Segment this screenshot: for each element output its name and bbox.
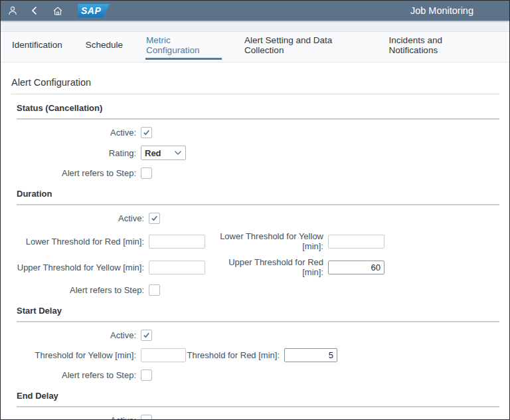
active-label: Active: xyxy=(1,213,149,223)
active-label: Active: xyxy=(1,330,141,340)
alert-refers-step-label: Alert refers to Step: xyxy=(1,370,141,380)
duration-lower-row: Lower Threshold for Red [min]: Lower Thr… xyxy=(1,231,509,251)
threshold-yellow-label: Threshold for Yellow [min]: xyxy=(1,350,141,360)
upper-yellow-label: Upper Threshold for Yellow [min]: xyxy=(1,262,149,272)
start-delay-active-checkbox[interactable] xyxy=(141,330,152,341)
status-rating-row: Rating: Red xyxy=(1,146,509,160)
tab-alert-setting-data-collection[interactable]: Alert Setting and Data Collection xyxy=(244,32,367,60)
start-delay-step-row: Alert refers to Step: xyxy=(1,368,509,382)
lower-red-input[interactable] xyxy=(149,235,205,249)
lower-yellow-input[interactable] xyxy=(328,235,384,249)
user-icon[interactable] xyxy=(7,5,30,16)
rating-label: Rating: xyxy=(1,148,141,158)
duration-upper-row: Upper Threshold for Yellow [min]: Upper … xyxy=(1,257,509,277)
home-icon[interactable] xyxy=(52,6,75,16)
tab-identification[interactable]: Identification xyxy=(11,32,63,60)
alert-refers-step-label: Alert refers to Step: xyxy=(1,285,149,295)
tab-metric-configuration[interactable]: Metric Configuration xyxy=(145,32,222,60)
lower-red-label: Lower Threshold for Red [min]: xyxy=(1,237,149,247)
status-active-row: Active: xyxy=(1,126,509,140)
job-monitoring-window: SAP Job Monitoring Identification Schedu… xyxy=(0,0,510,420)
back-icon[interactable] xyxy=(30,6,52,15)
content-area: Alert Configuration Status (Cancellation… xyxy=(1,77,509,420)
tab-incidents-notifications[interactable]: Incidents and Notifications xyxy=(388,32,487,60)
duration-active-row: Active: xyxy=(1,211,509,225)
chevron-down-icon xyxy=(174,150,182,156)
app-title: Job Monitoring xyxy=(410,5,473,16)
section-divider xyxy=(17,118,499,120)
page-title: Alert Configuration xyxy=(11,77,509,88)
upper-yellow-input[interactable] xyxy=(149,261,205,274)
duration-step-checkbox[interactable] xyxy=(149,284,160,296)
sap-logo: SAP xyxy=(78,4,110,18)
end-delay-active-checkbox[interactable] xyxy=(141,415,152,420)
section-title: Duration xyxy=(17,189,509,199)
sap-logo-text: SAP xyxy=(81,5,101,16)
section-duration: Duration Active: Lower Threshold for Red… xyxy=(1,189,509,297)
end-delay-active-row: Active: xyxy=(1,413,509,420)
shell-substrip xyxy=(1,21,509,32)
rating-select-value: Red xyxy=(145,148,174,158)
status-active-checkbox[interactable] xyxy=(141,127,152,138)
duration-step-row: Alert refers to Step: xyxy=(1,283,509,297)
section-status-cancellation: Status (Cancellation) Active: Rating: Re… xyxy=(1,103,509,180)
threshold-red-label: Threshold for Red [min]: xyxy=(186,350,284,360)
duration-active-checkbox[interactable] xyxy=(149,213,160,224)
section-divider xyxy=(17,204,499,205)
upper-red-input[interactable] xyxy=(328,261,384,274)
start-delay-active-row: Active: xyxy=(1,328,509,342)
section-start-delay: Start Delay Active: Threshold for Yellow… xyxy=(1,306,509,382)
status-step-checkbox[interactable] xyxy=(141,167,152,179)
section-title: End Delay xyxy=(17,391,509,401)
tab-schedule[interactable]: Schedule xyxy=(85,32,124,60)
alert-refers-step-label: Alert refers to Step: xyxy=(1,168,141,178)
threshold-yellow-input[interactable] xyxy=(141,348,186,362)
active-label: Active: xyxy=(1,128,141,138)
page-title-divider xyxy=(11,94,499,94)
lower-yellow-label: Lower Threshold for Yellow [min]: xyxy=(205,231,328,251)
section-end-delay: End Delay Active: Planned End Time: xyxy=(1,391,509,420)
section-divider xyxy=(17,406,499,407)
threshold-red-input[interactable] xyxy=(284,348,337,362)
active-label: Active: xyxy=(1,415,141,420)
section-title: Start Delay xyxy=(17,306,509,316)
status-step-row: Alert refers to Step: xyxy=(1,166,509,180)
rating-select[interactable]: Red xyxy=(141,146,186,160)
start-delay-step-checkbox[interactable] xyxy=(141,369,152,381)
upper-red-label: Upper Threshold for Red [min]: xyxy=(205,257,328,277)
tab-strip: Identification Schedule Metric Configura… xyxy=(1,32,509,62)
shell-bar: SAP Job Monitoring xyxy=(1,1,509,21)
start-delay-threshold-row: Threshold for Yellow [min]: Threshold fo… xyxy=(1,348,509,362)
section-title: Status (Cancellation) xyxy=(17,103,509,113)
section-divider xyxy=(17,321,499,322)
